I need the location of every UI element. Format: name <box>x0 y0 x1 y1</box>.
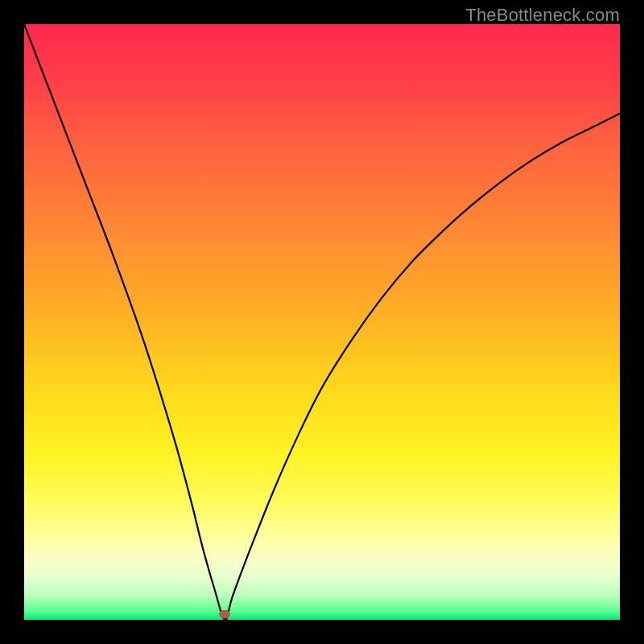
watermark-text: TheBottleneck.com <box>465 5 620 26</box>
curve-layer <box>24 24 620 620</box>
minimum-marker <box>219 610 230 618</box>
bottleneck-curve <box>24 24 620 620</box>
bottleneck-chart: TheBottleneck.com <box>0 0 644 644</box>
plot-area <box>24 24 620 620</box>
